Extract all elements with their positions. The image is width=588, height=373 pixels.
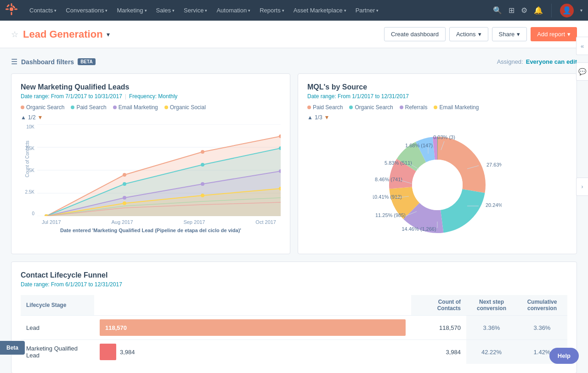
mql-pagination: ▲ 1/2 ▼ (21, 114, 281, 121)
nav-item-contacts[interactable]: Contacts▾ (25, 0, 61, 21)
stage-lead: Lead (21, 316, 94, 340)
mql-source-date-range: Date range: From 1/1/2017 to 12/31/2017 (307, 93, 409, 100)
help-button[interactable]: Help (549, 348, 579, 364)
chat-icon[interactable]: 💬 (576, 62, 588, 81)
pagination-down-icon[interactable]: ▼ (38, 114, 43, 121)
dashboard-filters-label[interactable]: Dashboard filters (21, 58, 74, 66)
funnel-table: Lifecycle Stage Count of Contacts Next s… (21, 295, 567, 364)
filters-bar: ☰ Dashboard filters BETA Assigned: Every… (11, 57, 577, 66)
beta-button[interactable]: Beta (0, 341, 25, 355)
svg-point-30 (201, 194, 204, 197)
notifications-icon[interactable]: 🔔 (534, 6, 543, 15)
assigned-label: Assigned: (497, 58, 523, 65)
user-avatar[interactable]: 👤 (560, 4, 574, 17)
mql-source-chart-card: MQL's by Source Date range: From 1/1/201… (298, 73, 577, 254)
mql-source-title: MQL's by Source (307, 83, 567, 91)
mql-chart-title: New Marketing Qualified Leads (21, 83, 281, 91)
next-arrow-button[interactable]: › (576, 178, 588, 196)
svg-point-19 (123, 182, 126, 186)
title-chevron-icon[interactable]: ▾ (107, 31, 110, 38)
nav-item-automation[interactable]: Automation▾ (212, 0, 255, 21)
svg-point-15 (201, 150, 204, 154)
top-nav: Contacts▾ Conversations▾ Marketing▾ Sale… (0, 0, 588, 21)
mql-next-pct: 42.22% (466, 340, 517, 364)
svg-rect-5 (6, 4, 10, 7)
svg-text:1.68% (147): 1.68% (147) (405, 143, 433, 148)
nav-item-partner[interactable]: Partner▾ (351, 0, 384, 21)
create-dashboard-button[interactable]: Create dashboard (384, 27, 446, 41)
funnel-date-range: Date range: From 6/1/2017 to 12/31/2017 (21, 281, 567, 288)
svg-rect-1 (11, 3, 12, 6)
svg-point-25 (201, 182, 204, 186)
apps-icon[interactable]: ⊞ (509, 6, 514, 15)
svg-rect-4 (14, 8, 17, 10)
col-bar-header (94, 295, 411, 316)
svg-point-29 (123, 201, 126, 205)
source-pagination-down-icon[interactable]: ▼ (324, 114, 330, 121)
svg-text:20.24% (1,773): 20.24% (1,773) (486, 202, 502, 208)
favorite-star-icon[interactable]: ☆ (11, 29, 18, 39)
svg-text:27.63% (2,420): 27.63% (2,420) (486, 162, 502, 167)
add-report-chevron-icon: ▾ (567, 31, 571, 38)
mql-source-legend: Paid Search Organic Search Referrals Ema… (307, 104, 567, 111)
funnel-card: Contact Lifecycle Funnel Date range: Fro… (11, 262, 577, 373)
filter-icon: ☰ (11, 57, 17, 66)
header-bar: ☆ Lead Generation ▾ Create dashboard Act… (0, 21, 588, 48)
legend-paid-search: Paid Search (71, 104, 106, 111)
funnel-title: Contact Lifecycle Funnel (21, 271, 567, 279)
add-report-button[interactable]: Add report ▾ (531, 27, 577, 41)
svg-text:8.46% (741): 8.46% (741) (375, 177, 402, 182)
svg-text:5.83% (511): 5.83% (511) (384, 160, 412, 166)
user-chevron[interactable]: ▾ (580, 8, 582, 13)
nav-item-conversations[interactable]: Conversations▾ (61, 0, 112, 21)
col-cumulative-header: Cumulative conversion (517, 295, 567, 316)
svg-text:0.03% (3): 0.03% (3) (433, 134, 455, 140)
collapse-sidebar-button[interactable]: « (576, 37, 588, 55)
share-button[interactable]: Share ▾ (492, 27, 527, 41)
svg-point-0 (10, 7, 13, 11)
mql-source-donut-chart: 27.63% (2,420) 20.24% (1,773) 14.46% (1,… (373, 125, 502, 245)
lead-next-pct: 3.36% (466, 316, 517, 340)
page-title: Lead Generation (23, 28, 103, 40)
svg-point-20 (201, 163, 204, 167)
x-axis-title: Date entered 'Marketing Qualified Lead (… (21, 228, 281, 233)
mql-line-chart-card: New Marketing Qualified Leads Date range… (11, 73, 290, 254)
col-next-header: Next step conversion (466, 295, 517, 316)
mql-frequency: Frequency: Monthly (129, 93, 177, 100)
mql-count: 3,984 (120, 349, 135, 356)
col-stage-header: Lifecycle Stage (21, 295, 94, 316)
nav-item-asset-marketplace[interactable]: Asset Marketplace▾ (289, 0, 351, 21)
actions-button[interactable]: Actions ▾ (449, 27, 488, 41)
svg-point-41 (412, 160, 463, 210)
mql-legend: Organic Search Paid Search Email Marketi… (21, 104, 281, 111)
lead-count: 118,570 (105, 324, 127, 331)
settings-icon[interactable]: ⚙ (521, 6, 527, 15)
beta-badge: BETA (78, 58, 95, 65)
hubspot-logo[interactable] (6, 3, 17, 18)
nav-item-reports[interactable]: Reports▾ (255, 0, 289, 21)
lead-count-cell: 118,570 (411, 316, 466, 340)
table-row: Lead 118,570 118,570 3.36% 3.36% (21, 316, 567, 340)
share-chevron-icon: ▾ (517, 31, 520, 38)
source-pagination-up-icon[interactable]: ▲ (307, 114, 313, 121)
table-row: Marketing Qualified Lead 3,984 3,984 42.… (21, 340, 567, 364)
svg-rect-2 (11, 12, 12, 15)
pagination-up-icon[interactable]: ▲ (21, 114, 26, 121)
nav-item-service[interactable]: Service▾ (179, 0, 212, 21)
svg-text:14.46% (1,266): 14.46% (1,266) (401, 226, 436, 232)
nav-item-marketing[interactable]: Marketing▾ (112, 0, 151, 21)
search-icon[interactable]: 🔍 (493, 6, 502, 15)
stage-mql: Marketing Qualified Lead (21, 340, 94, 364)
svg-text:11.25% (985): 11.25% (985) (375, 212, 406, 218)
bar-lead: 118,570 (94, 316, 411, 340)
mql-line-chart (37, 124, 281, 216)
bar-mql: 3,984 (94, 340, 411, 364)
col-contacts-header: Count of Contacts (411, 295, 466, 316)
actions-chevron-icon: ▾ (478, 31, 481, 38)
nav-item-sales[interactable]: Sales▾ (152, 0, 180, 21)
svg-point-14 (123, 173, 126, 177)
legend-email-marketing: Email Marketing (113, 104, 158, 111)
svg-rect-3 (6, 8, 9, 10)
assigned-link[interactable]: Everyone can edit (526, 58, 577, 65)
legend-organic-search: Organic Search (21, 104, 64, 111)
